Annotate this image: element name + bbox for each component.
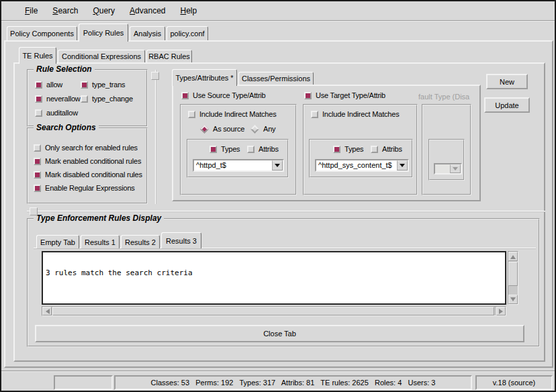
- tab-policy-conf-label: policy.conf: [170, 30, 204, 38]
- default-type-frame: [422, 104, 471, 195]
- checkbox-type-change[interactable]: type_change: [81, 95, 133, 103]
- checkbox-source-indirect-label: Include Indirect Matches: [199, 110, 276, 118]
- vertical-sash-handle[interactable]: [151, 72, 159, 80]
- tab-results-3[interactable]: Results 3: [161, 232, 201, 248]
- arrow-down-icon: [510, 297, 516, 304]
- checkbox-indicator: [34, 158, 41, 165]
- scroll-left-button[interactable]: [42, 307, 52, 315]
- source-type-combobox[interactable]: ^httpd_t$: [193, 159, 284, 172]
- source-type-frame: Include Indirect Matches As source Any T…: [180, 104, 297, 195]
- tab-rbac-rules[interactable]: RBAC Rules: [146, 50, 192, 62]
- arrow-right-icon: [499, 309, 506, 314]
- horizontal-sash[interactable]: [27, 211, 545, 212]
- results-summary: 3 rules match the search criteria: [46, 269, 502, 277]
- menu-query[interactable]: Query: [85, 5, 122, 17]
- checkbox-allow[interactable]: allow: [35, 81, 62, 89]
- combobox-dropdown-button[interactable]: [397, 160, 408, 170]
- tab-types-attributes[interactable]: Types/Attributes *: [172, 69, 237, 86]
- update-button[interactable]: Update: [484, 97, 530, 113]
- menu-advanced-rest: dvanced: [135, 6, 165, 15]
- checkbox-indicator: [35, 109, 42, 117]
- checkbox-use-target-type[interactable]: Use Target Type/Attrib: [304, 91, 385, 99]
- horizontal-sash-handle[interactable]: [30, 207, 38, 215]
- default-type-combobox: [434, 163, 462, 175]
- results-text-area[interactable]: 3 rules match the search criteria (5822)…: [42, 251, 506, 305]
- checkbox-use-source-type-label: Use Source Type/Attrib: [193, 91, 266, 99]
- tab-te-rules[interactable]: TE Rules: [19, 47, 56, 64]
- chevron-down-icon: [453, 167, 458, 173]
- policy-stats-text: Classes: 53 Perms: 192 Types: 317 Attrib…: [151, 379, 436, 387]
- checkbox-target-attribs[interactable]: Attribs: [371, 145, 402, 153]
- radio-indicator: [250, 125, 259, 134]
- te-rules-display-group: Type Enforcement Rules Display Empty Tab…: [27, 218, 540, 347]
- tab-classes-permissions-label: Classes/Permissions: [242, 75, 310, 83]
- checkbox-neverallow[interactable]: neverallow: [35, 95, 81, 103]
- checkbox-indicator: [304, 92, 312, 99]
- policy-version-text: v.18 (source): [493, 379, 535, 387]
- close-tab-button[interactable]: Close Tab: [35, 325, 524, 342]
- tab-empty-tab[interactable]: Empty Tab: [36, 235, 79, 248]
- scroll-up-button[interactable]: [508, 252, 518, 261]
- results-horizontal-scrollbar[interactable]: [42, 306, 506, 316]
- arrow-left-icon: [43, 309, 50, 314]
- menu-help[interactable]: Help: [173, 5, 204, 17]
- new-button[interactable]: New: [486, 74, 528, 89]
- rule-selection-group: Rule Selection allow type_trans neverall…: [27, 69, 148, 127]
- menu-help-rest: elp: [186, 6, 197, 15]
- checkbox-mark-disabled-conditional[interactable]: Mark disabled conditional rules: [34, 170, 142, 179]
- tab-policy-conf[interactable]: policy.conf: [167, 26, 208, 40]
- menu-advanced[interactable]: Advanced: [122, 5, 173, 17]
- search-options-group: Search Options Only search for enabled r…: [27, 128, 148, 204]
- tab-policy-components[interactable]: Policy Components: [7, 26, 77, 40]
- checkbox-indicator: [311, 111, 318, 118]
- checkbox-type-trans[interactable]: type_trans: [81, 81, 125, 89]
- tab-results-1[interactable]: Results 1: [81, 235, 120, 248]
- checkbox-indicator: [371, 146, 378, 153]
- checkbox-source-indirect[interactable]: Include Indirect Matches: [188, 110, 276, 118]
- checkbox-auditallow[interactable]: auditallow: [35, 109, 78, 117]
- menu-advanced-key: A: [130, 6, 135, 15]
- tab-conditional-expressions-label: Conditional Expressions: [62, 52, 141, 60]
- new-button-label: New: [500, 78, 514, 86]
- checkbox-indicator: [81, 95, 88, 103]
- vertical-scroll-thumb[interactable]: [508, 262, 518, 286]
- tab-types-attributes-label: Types/Attributes *: [175, 74, 233, 82]
- checkbox-target-indirect[interactable]: Include Indirect Matches: [311, 110, 399, 118]
- vertical-sash[interactable]: [155, 70, 156, 204]
- menu-file-rest: ile: [30, 6, 38, 15]
- radio-as-source[interactable]: As source: [200, 125, 244, 133]
- menu-search[interactable]: Search: [45, 5, 85, 17]
- tab-classes-permissions[interactable]: Classes/Permissions: [238, 72, 314, 85]
- horizontal-scroll-thumb[interactable]: [52, 307, 494, 315]
- tab-analysis[interactable]: Analysis: [130, 26, 165, 40]
- source-type-combobox-value: ^httpd_t$: [194, 160, 272, 170]
- target-type-combobox[interactable]: ^httpd_sys_content_t$: [315, 159, 409, 172]
- checkbox-neverallow-label: neverallow: [46, 95, 81, 103]
- rule-selection-title: Rule Selection: [34, 64, 95, 74]
- update-button-label: Update: [495, 101, 518, 109]
- menu-file[interactable]: File: [17, 5, 45, 17]
- radio-any[interactable]: Any: [250, 125, 275, 133]
- tab-conditional-expressions[interactable]: Conditional Expressions: [58, 50, 145, 62]
- checkbox-use-source-type[interactable]: Use Source Type/Attrib: [181, 91, 266, 99]
- tab-results-2[interactable]: Results 2: [121, 235, 160, 248]
- checkbox-indicator: [81, 81, 88, 89]
- checkbox-target-types-label: Types: [344, 145, 363, 153]
- scroll-down-button[interactable]: [508, 295, 518, 304]
- checkbox-source-attribs[interactable]: Attribs: [247, 145, 279, 153]
- checkbox-mark-enabled-conditional[interactable]: Mark enabled conditional rules: [34, 157, 141, 165]
- checkbox-enable-regex[interactable]: Enable Regular Expressions: [34, 184, 135, 192]
- tab-policy-rules[interactable]: Policy Rules: [79, 23, 128, 42]
- combobox-dropdown-button[interactable]: [272, 160, 283, 170]
- scroll-right-button[interactable]: [496, 307, 506, 315]
- status-panel-version: v.18 (source): [475, 375, 553, 390]
- checkbox-source-types[interactable]: Types: [210, 145, 240, 153]
- combobox-dropdown-button: [450, 164, 461, 173]
- results-vertical-scrollbar[interactable]: [508, 251, 518, 305]
- tab-results-2-label: Results 2: [125, 238, 156, 246]
- tab-policy-rules-label: Policy Rules: [83, 29, 124, 37]
- checkbox-enable-regex-label: Enable Regular Expressions: [45, 184, 135, 192]
- checkbox-only-enabled-rules[interactable]: Only search for enabled rules: [34, 144, 138, 152]
- checkbox-target-types[interactable]: Types: [333, 145, 363, 153]
- tab-analysis-label: Analysis: [134, 30, 161, 38]
